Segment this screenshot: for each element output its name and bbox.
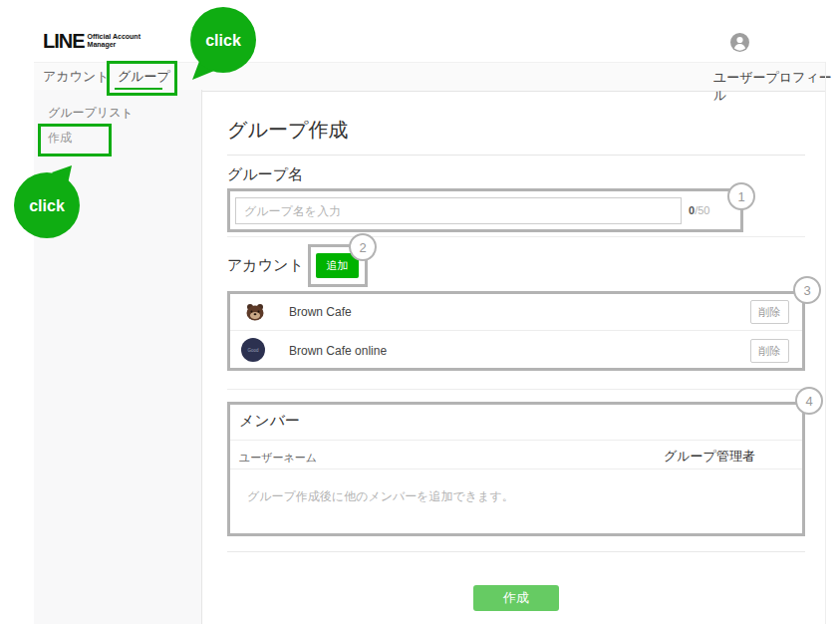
members-section-title: メンバー <box>239 412 300 431</box>
svg-text:Good: Good <box>247 348 259 353</box>
account-row: Good Brown Cafe online 削除 <box>230 331 802 368</box>
divider <box>230 468 802 469</box>
members-empty-message: グループ作成後に他のメンバーを追加できます。 <box>247 488 514 505</box>
sidebar-item-group-list[interactable]: グループリスト <box>48 105 134 122</box>
step-badge-3: 3 <box>793 276 821 304</box>
account-name: Brown Cafe online <box>289 344 387 358</box>
account-name: Brown Cafe <box>289 305 352 319</box>
line-logo[interactable]: LINE Official Account Manager <box>43 31 140 51</box>
user-avatar-icon[interactable] <box>730 33 749 52</box>
divider <box>227 389 805 390</box>
content-right-border <box>825 62 826 624</box>
group-name-input[interactable] <box>235 197 682 224</box>
brown-cafe-online-avatar: Good <box>241 338 265 362</box>
brown-cafe-avatar <box>245 302 265 322</box>
column-header-username: ユーザーネーム <box>239 451 317 466</box>
click-callout-tab: click <box>181 2 259 86</box>
char-counter-max: /50 <box>695 204 709 216</box>
divider <box>230 440 802 441</box>
divider <box>227 236 805 237</box>
divider <box>227 551 805 552</box>
page-title: グループ作成 <box>227 117 348 144</box>
sidebar-item-create[interactable]: 作成 <box>48 130 72 147</box>
tab-group[interactable]: グループ <box>118 63 170 91</box>
line-logo-subtext: Official Account Manager <box>88 33 140 50</box>
step-badge-1: 1 <box>727 182 755 210</box>
account-row: Brown Cafe 削除 <box>230 294 802 330</box>
accounts-section-title: アカウント <box>227 256 304 275</box>
tab-account[interactable]: アカウント <box>43 63 110 91</box>
column-header-group-admin: グループ管理者 <box>664 448 755 466</box>
char-counter: 0/50 <box>689 204 709 216</box>
step-badge-4: 4 <box>795 387 823 415</box>
group-name-section-title: グループ名 <box>227 165 303 184</box>
click-callout-tab-label: click <box>205 32 241 49</box>
step-badge-2: 2 <box>349 233 377 261</box>
main-tabbar: アカウント グループ <box>34 62 825 92</box>
user-profile-link[interactable]: ユーザープロフィール <box>713 69 840 105</box>
click-callout-create: click <box>8 163 90 247</box>
divider <box>227 155 805 156</box>
delete-account-button[interactable]: 削除 <box>750 339 789 363</box>
delete-account-button[interactable]: 削除 <box>750 300 789 324</box>
click-callout-create-label: click <box>29 197 65 214</box>
line-oa-manager-page: LINE Official Account Manager アカウント グループ… <box>0 0 840 624</box>
line-logo-text: LINE <box>43 31 85 51</box>
create-group-button[interactable]: 作成 <box>473 585 559 611</box>
